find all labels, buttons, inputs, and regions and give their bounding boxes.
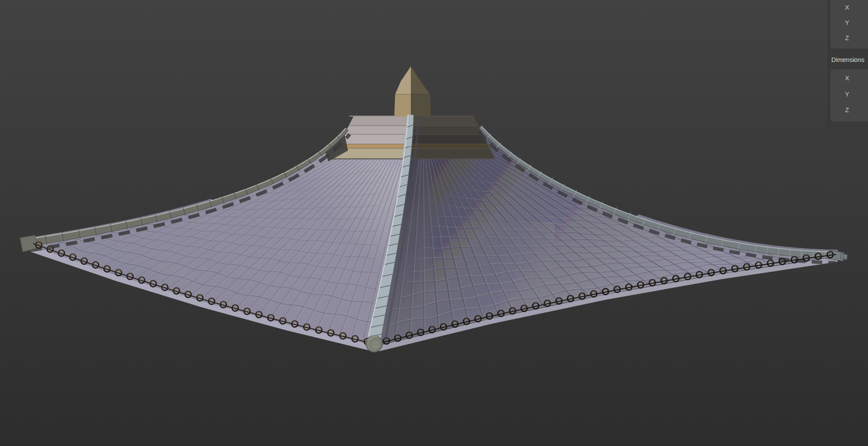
dimensions-axis-x-field[interactable]: X (841, 75, 853, 82)
application-window: X Y Z Dimensions X Y Z (0, 0, 868, 446)
dimensions-label: Dimensions (831, 56, 865, 64)
transform-axis-x-field[interactable]: X (841, 4, 853, 11)
transform-axis-z-field[interactable]: Z (841, 34, 853, 42)
transform-axis-y-field[interactable]: Y (841, 19, 853, 27)
ridge-end-disc (366, 336, 382, 352)
properties-panel: X Y Z Dimensions X Y Z (828, 0, 868, 130)
dimensions-axis-z-field[interactable]: Z (841, 106, 853, 114)
viewport-3d[interactable] (0, 0, 868, 446)
dimensions-axis-y-field[interactable]: Y (841, 91, 853, 98)
